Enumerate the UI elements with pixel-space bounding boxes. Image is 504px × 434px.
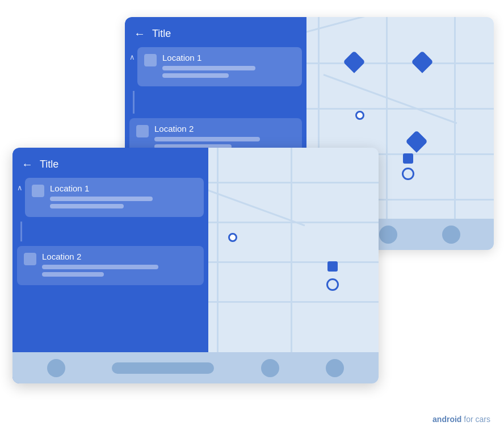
front-map-road: [291, 148, 292, 383]
location-bar-1b: [162, 73, 229, 78]
location-item-1[interactable]: Location 1: [137, 47, 302, 86]
front-list-divider: [20, 222, 22, 241]
map-road: [295, 17, 405, 36]
front-bottom-circle-1: [47, 359, 65, 377]
front-location-bar-1b: [50, 204, 124, 208]
map-marker-pin-2: [414, 54, 430, 70]
front-location-content-1: Location 1: [50, 183, 197, 211]
branding: android for cars: [432, 415, 490, 424]
front-location-icon-2: [24, 253, 36, 265]
bottom-circle-3: [442, 226, 460, 244]
location-bar-2a: [154, 137, 260, 141]
front-panel-title: Title: [40, 158, 58, 170]
list-item-1: ∧ Location 1: [129, 47, 302, 86]
location-name-2: Location 2: [154, 124, 295, 133]
front-location-name-2: Location 2: [42, 252, 197, 261]
front-location-name-1: Location 1: [50, 183, 197, 193]
front-chevron-up-icon[interactable]: ∧: [17, 183, 23, 192]
front-circle-outline-marker: [326, 278, 339, 291]
front-location-item-2[interactable]: Location 2: [17, 246, 204, 285]
front-square-marker: [327, 261, 338, 272]
front-location-icon-1: [32, 185, 44, 197]
front-bottom-circle-2: [261, 359, 279, 377]
front-bottom-bar: [12, 352, 379, 383]
front-location-content-2: Location 2: [42, 252, 197, 279]
front-location-bar-2a: [42, 265, 158, 269]
front-bottom-circle-3: [326, 359, 344, 377]
map-dot-marker: [355, 111, 364, 120]
front-panel-header: ← Title: [12, 148, 208, 178]
front-location-bar-2b: [42, 272, 104, 277]
back-arrow-icon[interactable]: ←: [134, 27, 145, 40]
map-circle-outline-marker: [402, 168, 414, 180]
location-bar-1a: [162, 66, 255, 70]
map-road: [454, 17, 456, 250]
branding-bold: android: [432, 415, 461, 424]
location-name-1: Location 1: [162, 53, 295, 62]
branding-normal: for cars: [461, 415, 490, 424]
front-list-item-1-row: ∧ Location 1: [17, 178, 204, 217]
location-icon-1: [144, 54, 157, 66]
front-bottom-pill: [112, 362, 214, 374]
chevron-up-icon[interactable]: ∧: [129, 53, 135, 61]
map-road: [323, 74, 457, 124]
back-panel-title: Title: [152, 28, 171, 40]
map-marker-pin-3: [409, 133, 425, 149]
front-dot-marker: [228, 233, 237, 242]
back-panel-header: ← Title: [125, 17, 306, 47]
front-panel-list: ∧ Location 1 Location 2: [12, 178, 208, 345]
front-sidebar-panel: ← Title ∧ Location 1: [12, 148, 208, 383]
front-back-arrow-icon[interactable]: ←: [22, 158, 33, 171]
map-marker-pin-1: [346, 54, 362, 70]
location-content-1: Location 1: [162, 53, 295, 81]
bottom-circle-2: [379, 226, 397, 244]
front-location-bar-1a: [50, 197, 153, 201]
front-card: ← Title ∧ Location 1: [12, 148, 379, 383]
location-icon-2: [136, 125, 149, 137]
front-map-road: [217, 148, 219, 383]
map-road: [386, 17, 388, 250]
list-divider: [133, 91, 135, 114]
front-location-item-1[interactable]: Location 1: [25, 178, 204, 217]
map-square-marker: [403, 153, 413, 164]
